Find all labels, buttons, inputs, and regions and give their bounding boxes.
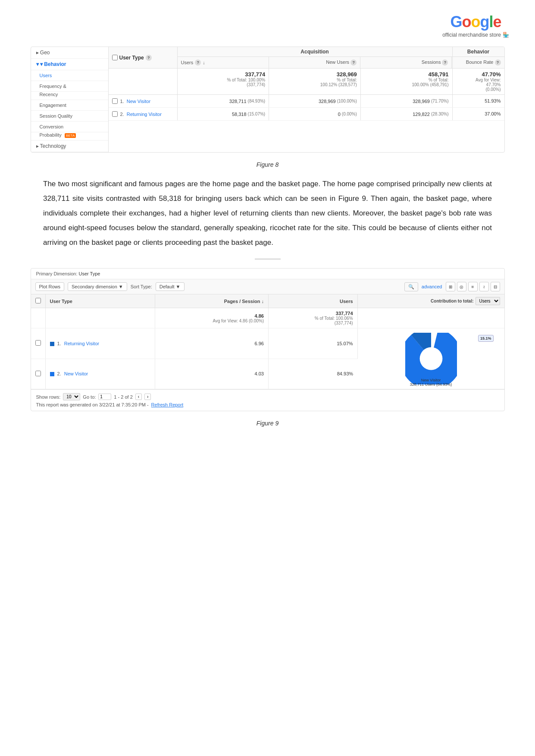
primary-dimension-bar: Primary Dimension: User Type: [31, 269, 504, 279]
row2-check[interactable]: [31, 359, 46, 389]
refresh-report-link[interactable]: Refresh Report: [151, 402, 184, 407]
checkbox-col-header: [31, 294, 46, 308]
grid-view-icon[interactable]: ⊞: [446, 282, 455, 291]
comparison-icon[interactable]: ≡: [468, 282, 478, 291]
figure9-toolbar: Plot Rows Secondary dimension ▼ Sort Typ…: [31, 279, 504, 294]
show-rows-label: Show rows:: [36, 394, 61, 400]
total-newusers-cell: 328,969 % of Total: 100.12% (328,577): [269, 69, 361, 94]
figure8-header: User Type ? Acquisition Users ? ↓ New Us…: [109, 47, 504, 69]
goto-input[interactable]: [98, 394, 111, 400]
pie-badge: 15.1%: [478, 335, 494, 342]
totals-contrib-cell: [357, 308, 504, 328]
prev-page-button[interactable]: ‹: [135, 394, 142, 400]
select-all-checkbox[interactable]: [112, 55, 118, 60]
totals-pages-cell: 4.86 Avg for View: 4.86 (0.00%): [155, 308, 269, 328]
pagination-row: Show rows: 10 Go to: 1 - 2 of 2 ‹ ›: [36, 393, 499, 400]
row2-label: 2. Returning Visitor: [109, 108, 178, 120]
row1-checkbox-fig9[interactable]: [35, 340, 41, 346]
bouncerate-col-header: Bounce Rate ?: [453, 57, 504, 68]
total-sessions-cell: 458,791 % of Total: 100.00% (458,791): [361, 69, 452, 94]
totals-cells: 337,774 % of Total: 100.00% (337,774) 32…: [178, 69, 453, 94]
sidebar-item-engagement[interactable]: Engagement: [31, 100, 108, 111]
figure8-totals: 337,774 % of Total: 100.00% (337,774) 32…: [109, 69, 504, 95]
newusers-help[interactable]: ?: [350, 59, 357, 66]
users-help[interactable]: ?: [195, 59, 201, 66]
goto-label: Go to:: [83, 394, 96, 400]
totals-label-cell: [109, 69, 178, 94]
sidebar-item-new-vs-returning[interactable]: Users: [31, 70, 108, 81]
users-col-header-fig9[interactable]: Users: [269, 294, 358, 308]
row1-pages-cell: 6.96: [155, 328, 269, 359]
sidebar-item-geo[interactable]: ▸ Geo: [31, 47, 108, 59]
row1-data-cells: 328,711 (84.93%) 328,969 (100.00%) 328,9…: [178, 95, 453, 107]
bouncerate-help[interactable]: ?: [495, 59, 501, 66]
pages-session-col-header[interactable]: Pages / Session ↓: [155, 294, 269, 308]
fig9-select-all[interactable]: [35, 298, 41, 303]
sessions-col-header: Sessions ?: [360, 57, 452, 68]
sidebar-item-conversion[interactable]: Conversion: [31, 122, 108, 132]
acq-sub-headers: Users ? ↓ New Users ? Sessions ?: [178, 57, 452, 68]
beta-badge: BETA: [65, 133, 76, 138]
row1-check[interactable]: [31, 328, 46, 359]
figure8-row-1: 1. New Visitor 328,711 (84.93%) 328,969 …: [109, 95, 504, 108]
row2-pages-cell: 4.03: [155, 359, 269, 389]
brand-block: Google official merchandise store 🏪: [442, 13, 509, 38]
totals-label-fig9: [45, 308, 155, 328]
main-body-text: The two most significant and famous page…: [43, 177, 492, 250]
primary-dim-value: User Type: [79, 271, 100, 276]
page-info: 1 - 2 of 2: [114, 394, 132, 400]
row1-num: 1.: [57, 341, 61, 346]
svg-point-2: [419, 347, 442, 370]
sidebar-item-frequency[interactable]: Frequency &: [31, 81, 108, 92]
performance-icon[interactable]: ◎: [457, 282, 466, 291]
figure9-footer: Show rows: 10 Go to: 1 - 2 of 2 ‹ › This…: [31, 389, 504, 411]
row2-newusers-cell: 0 (0.00%): [269, 108, 361, 120]
totals-check-cell: [31, 308, 46, 328]
search-box[interactable]: 🔍: [404, 282, 418, 291]
term-cloud-icon[interactable]: ≀: [479, 282, 489, 291]
row2-data-cells: 58,318 (15.07%) 0 (0.00%) 129,822 (28.30…: [178, 108, 453, 120]
returning-visitor-link-fig9[interactable]: Returning Visitor: [64, 341, 99, 346]
row2-checkbox-fig9[interactable]: [35, 371, 41, 376]
row1-newusers-cell: 328,969 (100.00%): [269, 95, 361, 107]
new-visitor-link-fig9[interactable]: New Visitor: [64, 371, 88, 376]
section-divider: [255, 259, 281, 259]
figure8-sidebar: ▸ Geo ▾ ▾ Behavior Users Frequency & Rec…: [31, 47, 109, 152]
row1-checkbox[interactable]: [112, 98, 118, 104]
pivot-icon[interactable]: ⊟: [491, 282, 500, 291]
contrib-select[interactable]: Users: [476, 297, 500, 305]
sessions-help[interactable]: ?: [442, 59, 448, 66]
view-icons: ⊞ ◎ ≡ ≀ ⊟: [446, 282, 500, 291]
row2-bounce-cell: 37.00%: [453, 108, 504, 120]
row1-pie-cell: 15.1% New Visitor 328,711 Users (84.93%): [357, 328, 504, 389]
row2-checkbox[interactable]: [112, 111, 118, 117]
figure9-container: Primary Dimension: User Type Plot Rows S…: [31, 268, 505, 411]
totals-users-cell-fig9: 337,774 % of Total: 100.06% (337,774): [269, 308, 358, 328]
next-page-button[interactable]: ›: [144, 394, 151, 400]
default-sort-button[interactable]: Default ▼: [156, 282, 185, 291]
plot-rows-button[interactable]: Plot Rows: [35, 282, 65, 291]
returning-visitor-link[interactable]: Returning Visitor: [127, 112, 162, 117]
new-visitor-link[interactable]: New Visitor: [127, 99, 150, 104]
behavior-label: Behavior: [453, 47, 504, 57]
sidebar-item-recency[interactable]: Recency: [31, 92, 108, 100]
user-type-col-header[interactable]: User Type: [45, 294, 155, 308]
sidebar-item-behavior[interactable]: ▾ ▾ Behavior: [31, 59, 108, 70]
sidebar-item-probability[interactable]: Probability BETA: [31, 132, 108, 141]
secondary-dimension-button[interactable]: Secondary dimension ▼: [68, 282, 127, 291]
show-rows-select[interactable]: 10: [63, 393, 80, 400]
new-color-box: [50, 372, 54, 376]
figure8-label: Figure 8: [17, 161, 518, 168]
store-label: official merchandise store: [442, 32, 501, 38]
sidebar-item-session-quality[interactable]: Session Quality: [31, 111, 108, 122]
sidebar-item-technology[interactable]: ▸ Technology: [31, 141, 108, 152]
advanced-link[interactable]: advanced: [422, 284, 442, 289]
row1-bounce-cell: 51.93%: [453, 95, 504, 107]
row2-num: 2.: [57, 371, 61, 376]
sort-down-icon[interactable]: ↓: [203, 60, 205, 65]
usertype-help[interactable]: ?: [146, 55, 152, 61]
contrib-col-header: Contribution to total: Users: [357, 294, 504, 308]
figure8-layout: ▸ Geo ▾ ▾ Behavior Users Frequency & Rec…: [31, 47, 504, 152]
total-users-cell: 337,774 % of Total: 100.00% (337,774): [178, 69, 269, 94]
row2-users-cell: 58,318 (15.07%): [178, 108, 269, 120]
